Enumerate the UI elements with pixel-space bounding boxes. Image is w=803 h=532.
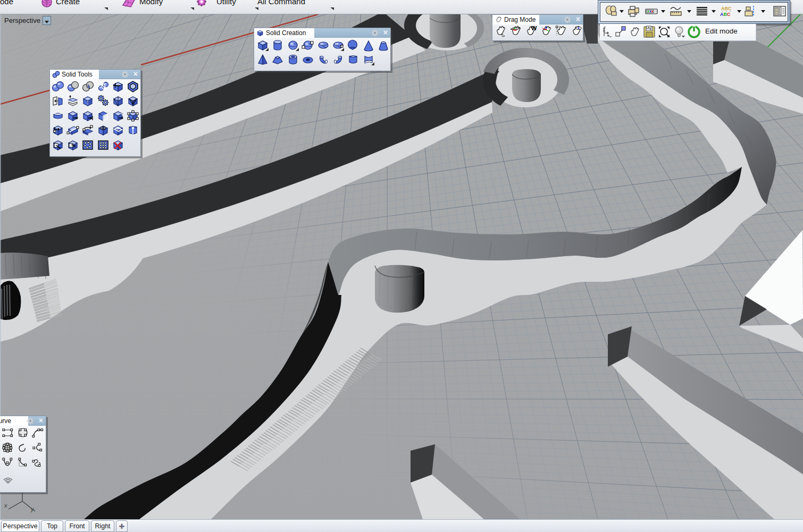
svg-text:W: W xyxy=(531,25,537,31)
svg-text:ABC: ABC xyxy=(720,12,731,17)
svg-text:x: x xyxy=(4,502,7,509)
svg-text:ABC: ABC xyxy=(721,6,732,11)
svg-text:y: y xyxy=(30,506,35,512)
